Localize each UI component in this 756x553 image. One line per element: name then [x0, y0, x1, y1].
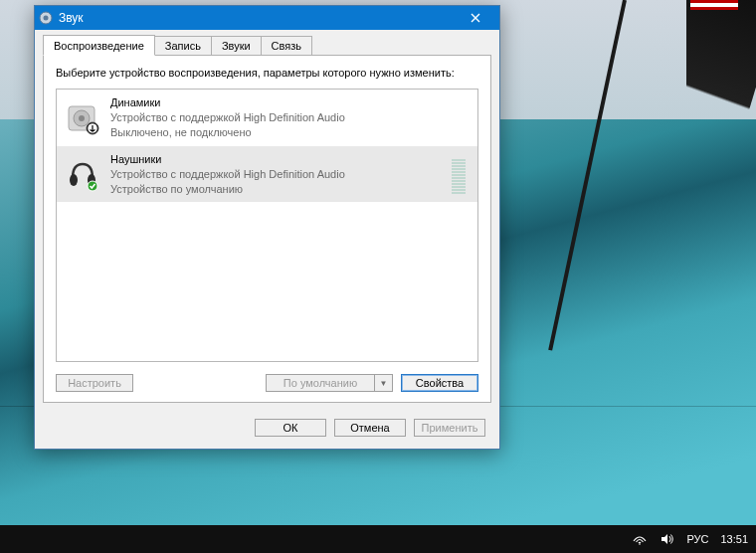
tab-playback[interactable]: Воспроизведение — [43, 35, 155, 56]
close-button[interactable] — [456, 6, 495, 30]
tab-bar: Воспроизведение Запись Звуки Связь — [35, 30, 499, 55]
chevron-down-icon[interactable]: ▼ — [375, 374, 393, 392]
app-icon — [39, 11, 53, 25]
ok-button[interactable]: ОК — [255, 419, 326, 437]
device-status: Выключено, не подключено — [110, 125, 470, 140]
volume-icon[interactable] — [660, 532, 674, 546]
device-list[interactable]: Динамики Устройство с поддержкой High De… — [56, 89, 478, 362]
tab-recording[interactable]: Запись — [154, 36, 212, 55]
sound-dialog: Звук Воспроизведение Запись Звуки Связь … — [34, 5, 500, 450]
svg-point-1 — [44, 16, 49, 21]
device-desc: Устройство с поддержкой High Definition … — [110, 167, 442, 182]
configure-button[interactable]: Настроить — [56, 374, 133, 392]
tab-sounds[interactable]: Звуки — [211, 36, 262, 55]
properties-button[interactable]: Свойства — [401, 374, 478, 392]
taskbar[interactable]: РУС 13:51 — [0, 525, 756, 553]
language-indicator[interactable]: РУС — [686, 533, 708, 545]
window-title: Звук — [59, 11, 456, 25]
clock[interactable]: 13:51 — [720, 533, 748, 545]
set-default-button[interactable]: По умолчанию — [266, 374, 375, 392]
dialog-button-row: ОК Отмена Применить — [35, 411, 499, 449]
instruction-text: Выберите устройство воспроизведения, пар… — [56, 66, 478, 81]
cancel-button[interactable]: Отмена — [334, 419, 406, 437]
titlebar[interactable]: Звук — [35, 6, 499, 30]
device-name: Наушники — [110, 152, 442, 167]
tab-content-playback: Выберите устройство воспроизведения, пар… — [43, 55, 491, 403]
device-item-speakers[interactable]: Динамики Устройство с поддержкой High De… — [57, 90, 477, 146]
device-name: Динамики — [110, 95, 470, 110]
tab-communications[interactable]: Связь — [261, 36, 312, 55]
apply-button[interactable]: Применить — [414, 419, 485, 437]
device-desc: Устройство с поддержкой High Definition … — [110, 110, 470, 125]
svg-point-10 — [70, 174, 78, 186]
headphones-icon — [65, 156, 100, 192]
speaker-icon — [65, 100, 100, 136]
svg-point-13 — [640, 543, 642, 545]
device-item-headphones[interactable]: Наушники Устройство с поддержкой High De… — [57, 146, 477, 203]
device-status: Устройство по умолчанию — [110, 182, 442, 197]
svg-point-4 — [79, 115, 85, 121]
set-default-dropdown[interactable]: По умолчанию ▼ — [266, 374, 393, 392]
level-meter — [452, 154, 466, 194]
wifi-icon[interactable] — [633, 532, 648, 546]
